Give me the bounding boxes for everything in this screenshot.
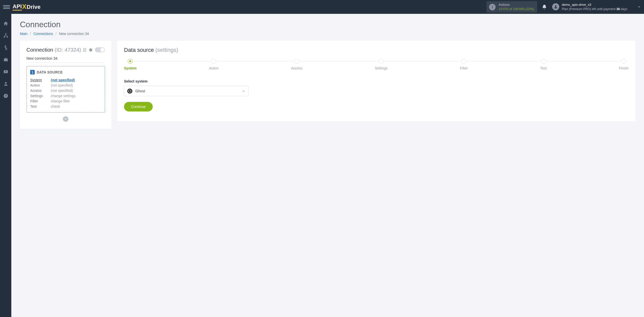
dollar-icon[interactable]	[3, 45, 8, 50]
chevron-down-icon	[637, 5, 641, 9]
breadcrumb: Main / Connections / New connection 34	[20, 32, 635, 36]
step-dot	[294, 59, 299, 64]
bell-icon[interactable]	[542, 4, 547, 10]
step-label: Action	[209, 66, 219, 70]
ds-row-value[interactable]: (not specified)	[51, 78, 101, 82]
step-dot	[541, 59, 546, 64]
connection-summary-card: Connection (ID: 47324) New connection 34…	[20, 41, 111, 129]
plan-info: Plan |Premium PRO| left until payment 36…	[562, 7, 627, 11]
info-icon: i	[489, 4, 496, 10]
logo-api: API	[13, 3, 22, 11]
ghost-icon	[127, 89, 132, 94]
svg-rect-2	[7, 36, 8, 37]
add-destination-button[interactable]: +	[63, 116, 68, 122]
ds-row-value: check	[51, 104, 101, 108]
svg-text:?: ?	[5, 94, 7, 97]
selected-system: Ghost	[135, 89, 145, 93]
step-label: Test	[540, 66, 547, 70]
logo[interactable]: APIXDrive	[13, 3, 41, 11]
svg-rect-1	[4, 36, 5, 37]
ds-row-key: System	[30, 78, 51, 82]
step-label: Filter	[460, 66, 468, 70]
top-header: APIXDrive i Actions: 22'070 of 100'000 (…	[0, 0, 644, 14]
breadcrumb-connections[interactable]: Connections	[33, 32, 53, 36]
data-source-settings-card: Data source (settings) SystemActionAcces…	[117, 41, 635, 122]
ds-row-key: Settings	[30, 94, 51, 98]
sitemap-icon[interactable]	[3, 33, 8, 38]
user-icon[interactable]	[3, 81, 8, 86]
svg-point-4	[5, 82, 7, 84]
continue-button[interactable]: Continue	[124, 102, 153, 111]
step-system[interactable]: System	[124, 59, 137, 70]
ds-row-value: (not specified)	[51, 83, 101, 87]
main-content: Connection Main / Connections / New conn…	[11, 14, 644, 317]
data-source-label: DATA SOURCE	[37, 70, 63, 74]
hamburger-icon[interactable]	[3, 4, 10, 11]
ds-row-value: (not specified)	[51, 89, 101, 93]
step-dot	[621, 59, 626, 64]
ds-row-key: Access	[30, 89, 51, 93]
step-test[interactable]: Test	[540, 59, 547, 70]
step-label: Access	[291, 66, 302, 70]
connection-title: Connection	[26, 47, 53, 53]
breadcrumb-current: New connection 34	[59, 32, 89, 36]
home-icon[interactable]	[3, 21, 8, 26]
user-menu[interactable]: demo_apix-drive_s3 Plan |Premium PRO| le…	[552, 3, 641, 11]
step-finish[interactable]: Finish	[619, 59, 628, 70]
step-badge: 1	[30, 70, 35, 74]
step-action[interactable]: Action	[209, 59, 219, 70]
gear-icon[interactable]	[88, 48, 93, 52]
document-icon[interactable]	[83, 48, 87, 52]
help-icon[interactable]: ?	[3, 93, 8, 98]
username: demo_apix-drive_s3	[562, 3, 627, 7]
step-access[interactable]: Access	[291, 59, 302, 70]
page-title: Connection	[20, 20, 635, 29]
data-source-box: 1 DATA SOURCE System(not specified)Actio…	[26, 66, 105, 113]
step-dot	[211, 59, 216, 64]
step-label: Finish	[619, 66, 628, 70]
youtube-icon[interactable]	[3, 69, 8, 74]
step-dot	[379, 59, 384, 64]
ds-row-value: change filter	[51, 99, 101, 103]
enable-toggle[interactable]	[95, 47, 105, 52]
actions-counter[interactable]: i Actions: 22'070 of 100'000 (22%)	[487, 1, 537, 13]
ds-row-value: change settings	[51, 94, 101, 98]
chevron-down-icon	[242, 89, 245, 93]
step-settings[interactable]: Settings	[375, 59, 388, 70]
logo-drive: Drive	[27, 4, 41, 10]
step-dot	[461, 59, 466, 64]
briefcase-icon[interactable]	[3, 57, 8, 62]
ds-row-key: Filter	[30, 99, 51, 103]
ds-row-key: Test	[30, 104, 51, 108]
ds-row-key: Action	[30, 83, 51, 87]
select-system-label: Select system	[124, 79, 628, 83]
actions-label: Actions:	[499, 3, 534, 7]
wizard-stepper: SystemActionAccessSettingsFilterTestFini…	[124, 59, 628, 70]
step-dot	[128, 59, 133, 64]
step-label: Settings	[375, 66, 388, 70]
breadcrumb-main[interactable]: Main	[20, 32, 27, 36]
logo-x: X	[22, 3, 26, 11]
step-label: System	[124, 66, 137, 70]
connection-name: New connection 34	[26, 56, 105, 63]
sidebar: ?	[0, 14, 11, 317]
avatar-icon	[552, 3, 559, 10]
panel-title: Data source (settings)	[124, 47, 628, 53]
connection-id: (ID: 47324)	[55, 47, 81, 53]
svg-rect-0	[5, 33, 6, 34]
step-filter[interactable]: Filter	[460, 59, 468, 70]
system-select[interactable]: Ghost	[124, 86, 249, 96]
